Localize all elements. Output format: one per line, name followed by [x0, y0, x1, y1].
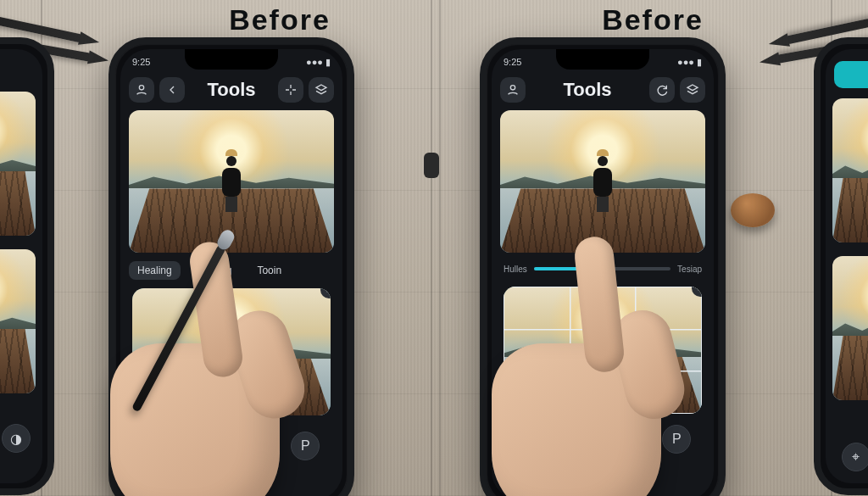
layers-icon[interactable]	[309, 77, 334, 103]
status-icons: ●●● ▮	[677, 57, 702, 68]
mode-button[interactable]: ◑	[2, 424, 31, 453]
before-label-right: Before	[542, 3, 763, 36]
main-photo[interactable]	[500, 110, 705, 253]
status-time: 9:25	[504, 57, 521, 67]
profile-icon[interactable]	[500, 77, 526, 103]
status-time: 9:25	[132, 57, 150, 67]
status-bar: 9:25 ●●● ▮	[492, 53, 714, 71]
tool-icon[interactable]: ⌖	[842, 443, 869, 471]
before-label-left: Before	[170, 3, 390, 36]
svg-point-1	[510, 86, 515, 90]
comparison-stage: Before Before Topeed ◑	[0, 0, 868, 496]
hand-right	[441, 267, 712, 496]
side-phone-left: Topeed ◑	[0, 37, 54, 495]
status-icons: ●●● ▮	[306, 57, 331, 68]
back-icon[interactable]	[159, 77, 185, 103]
redo-icon[interactable]	[649, 77, 675, 103]
app-brand: Topeed	[0, 63, 34, 80]
side-phone-right: ⌖ P	[814, 37, 868, 495]
profile-icon[interactable]	[129, 77, 154, 103]
title-bar: Tools	[120, 73, 342, 107]
cookie-prop	[731, 193, 775, 227]
screen-title: Tools	[207, 79, 255, 101]
status-bar: 9:25 ●●● ▮	[120, 53, 342, 71]
screen-title: Tools	[563, 79, 611, 101]
svg-point-0	[139, 86, 143, 90]
title-bar: Tools	[492, 73, 714, 107]
pen-cap-prop	[424, 153, 439, 178]
divider	[431, 0, 432, 496]
layers-icon[interactable]	[680, 77, 705, 103]
sparkle-icon[interactable]	[278, 77, 303, 103]
